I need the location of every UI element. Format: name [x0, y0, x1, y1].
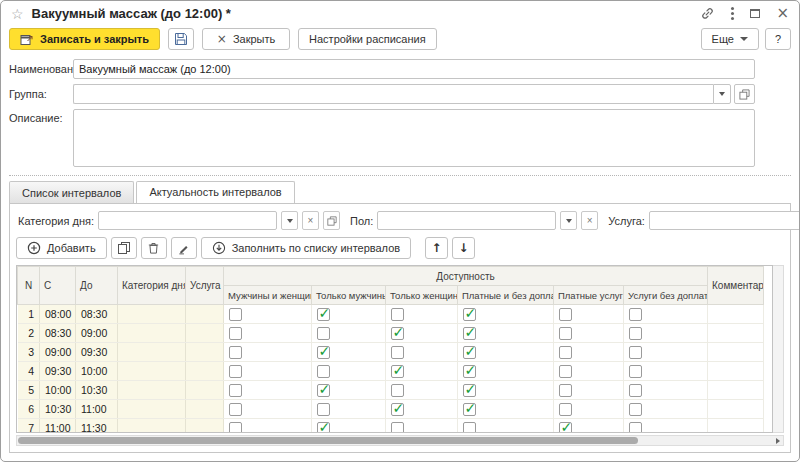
checkbox-unchecked[interactable]: [629, 346, 642, 359]
day-category-cell[interactable]: [118, 381, 186, 400]
availability-checkbox-cell[interactable]: [624, 305, 708, 324]
checkbox-unchecked[interactable]: [229, 346, 242, 359]
checkbox-checked[interactable]: [463, 384, 476, 397]
checkbox-unchecked[interactable]: [629, 327, 642, 340]
availability-checkbox-cell[interactable]: [386, 419, 458, 434]
checkbox-unchecked[interactable]: [559, 327, 572, 340]
move-down-button[interactable]: ↓: [452, 237, 475, 259]
service-cell[interactable]: [186, 305, 224, 324]
vertical-scrollbar[interactable]: [773, 265, 784, 433]
checkbox-unchecked[interactable]: [391, 308, 404, 321]
checkbox-unchecked[interactable]: [229, 308, 242, 321]
service-cell[interactable]: [186, 324, 224, 343]
checkbox-unchecked[interactable]: [629, 308, 642, 321]
checkbox-unchecked[interactable]: [629, 384, 642, 397]
availability-checkbox-cell[interactable]: [624, 343, 708, 362]
day-category-cell[interactable]: [118, 324, 186, 343]
scroll-right-arrow-icon[interactable]: [776, 438, 780, 444]
availability-checkbox-cell[interactable]: [312, 324, 386, 343]
help-button[interactable]: ?: [765, 28, 791, 50]
availability-checkbox-cell[interactable]: [624, 419, 708, 434]
checkbox-checked[interactable]: [317, 422, 330, 433]
tab-interval-relevance[interactable]: Актуальность интервалов: [136, 181, 294, 203]
availability-checkbox-cell[interactable]: [458, 324, 554, 343]
time-from-cell[interactable]: 10:30: [40, 400, 76, 419]
checkbox-checked[interactable]: [391, 365, 404, 378]
group-open-button[interactable]: [734, 84, 755, 104]
service-cell[interactable]: [186, 343, 224, 362]
availability-checkbox-cell[interactable]: [312, 419, 386, 434]
checkbox-checked[interactable]: [463, 403, 476, 416]
availability-checkbox-cell[interactable]: [458, 305, 554, 324]
checkbox-checked[interactable]: [391, 327, 404, 340]
availability-checkbox-cell[interactable]: [386, 362, 458, 381]
checkbox-unchecked[interactable]: [229, 384, 242, 397]
checkbox-unchecked[interactable]: [317, 327, 330, 340]
comment-cell[interactable]: [708, 324, 764, 343]
availability-checkbox-cell[interactable]: [312, 343, 386, 362]
availability-checkbox-cell[interactable]: [554, 305, 624, 324]
row-number-cell[interactable]: 7: [18, 419, 40, 434]
copy-row-button[interactable]: [111, 237, 137, 259]
availability-checkbox-cell[interactable]: [312, 400, 386, 419]
availability-checkbox-cell[interactable]: [386, 381, 458, 400]
delete-row-button[interactable]: [141, 237, 167, 259]
time-to-cell[interactable]: 10:00: [76, 362, 118, 381]
time-from-cell[interactable]: 11:00: [40, 419, 76, 434]
checkbox-unchecked[interactable]: [629, 365, 642, 378]
checkbox-checked[interactable]: [559, 422, 572, 433]
availability-checkbox-cell[interactable]: [554, 362, 624, 381]
service-cell[interactable]: [186, 400, 224, 419]
time-from-cell[interactable]: 08:30: [40, 324, 76, 343]
service-filter-input[interactable]: [649, 211, 800, 230]
gender-filter-input[interactable]: [377, 211, 556, 230]
availability-checkbox-cell[interactable]: [224, 362, 312, 381]
comment-cell[interactable]: [708, 381, 764, 400]
checkbox-checked[interactable]: [463, 346, 476, 359]
row-number-cell[interactable]: 5: [18, 381, 40, 400]
availability-checkbox-cell[interactable]: [624, 381, 708, 400]
time-from-cell[interactable]: 10:00: [40, 381, 76, 400]
maximize-icon[interactable]: [750, 9, 760, 18]
time-from-cell[interactable]: 09:30: [40, 362, 76, 381]
checkbox-unchecked[interactable]: [229, 422, 242, 433]
menu-dots-icon[interactable]: [731, 5, 734, 21]
checkbox-unchecked[interactable]: [391, 384, 404, 397]
day-category-dropdown-button[interactable]: [281, 211, 298, 230]
fill-by-interval-list-button[interactable]: Заполнить по списку интервалов: [201, 237, 412, 259]
row-number-cell[interactable]: 4: [18, 362, 40, 381]
availability-checkbox-cell[interactable]: [458, 381, 554, 400]
description-textarea[interactable]: [73, 109, 755, 167]
availability-checkbox-cell[interactable]: [554, 419, 624, 434]
day-category-open-button[interactable]: [323, 211, 340, 230]
checkbox-unchecked[interactable]: [559, 365, 572, 378]
day-category-cell[interactable]: [118, 305, 186, 324]
comment-cell[interactable]: [708, 305, 764, 324]
availability-checkbox-cell[interactable]: [224, 305, 312, 324]
availability-checkbox-cell[interactable]: [224, 343, 312, 362]
save-button[interactable]: [168, 28, 194, 50]
availability-checkbox-cell[interactable]: [624, 324, 708, 343]
edit-row-button[interactable]: [171, 237, 197, 259]
name-input[interactable]: [73, 59, 755, 79]
favorite-star-icon[interactable]: ☆: [11, 6, 24, 22]
time-to-cell[interactable]: 08:30: [76, 305, 118, 324]
availability-checkbox-cell[interactable]: [554, 343, 624, 362]
close-button[interactable]: × Закрыть: [202, 28, 290, 50]
comment-cell[interactable]: [708, 419, 764, 434]
link-icon[interactable]: [700, 6, 715, 21]
day-category-cell[interactable]: [118, 362, 186, 381]
day-category-cell[interactable]: [118, 400, 186, 419]
availability-checkbox-cell[interactable]: [624, 400, 708, 419]
checkbox-unchecked[interactable]: [391, 346, 404, 359]
checkbox-unchecked[interactable]: [559, 384, 572, 397]
service-cell[interactable]: [186, 381, 224, 400]
checkbox-unchecked[interactable]: [463, 422, 476, 433]
availability-checkbox-cell[interactable]: [224, 324, 312, 343]
availability-checkbox-cell[interactable]: [386, 400, 458, 419]
availability-checkbox-cell[interactable]: [224, 381, 312, 400]
checkbox-unchecked[interactable]: [629, 422, 642, 433]
time-to-cell[interactable]: 09:00: [76, 324, 118, 343]
gender-dropdown-button[interactable]: [560, 211, 577, 230]
schedule-settings-button[interactable]: Настройки расписания: [298, 28, 437, 50]
